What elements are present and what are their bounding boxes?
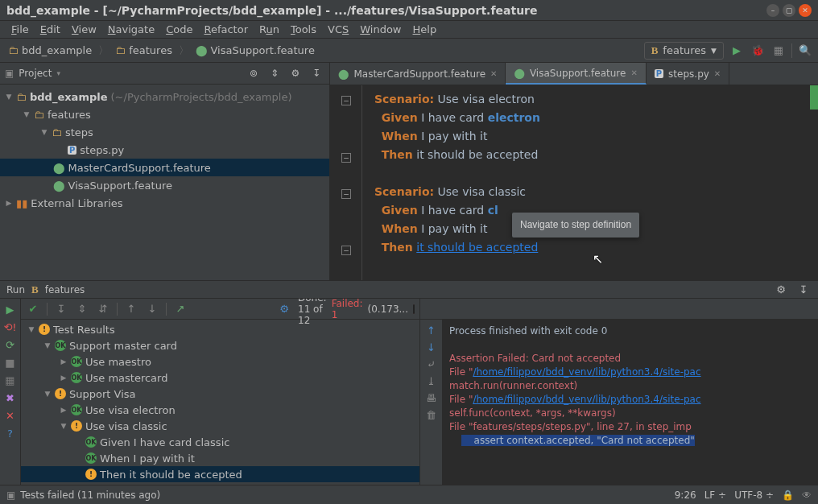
test-step-then[interactable]: !Then it should be accepted bbox=[21, 466, 419, 482]
maximize-icon[interactable]: ▢ bbox=[783, 4, 795, 17]
export-button[interactable]: ↗ bbox=[173, 302, 188, 316]
menu-navigate[interactable]: Navigate bbox=[103, 22, 159, 37]
gear-icon[interactable] bbox=[287, 65, 304, 81]
hide-panel-icon[interactable]: ↧ bbox=[308, 65, 324, 81]
close-icon[interactable]: ✕ bbox=[630, 68, 637, 77]
tab-visa[interactable]: ⬤ VisaSupport.feature ✕ bbox=[506, 63, 646, 85]
menu-tools[interactable]: Tools bbox=[286, 22, 321, 37]
expand-all-button[interactable]: ⇕ bbox=[75, 302, 89, 316]
tree-external-libraries[interactable]: ▶ ▮▮ External Libraries bbox=[0, 194, 329, 212]
step-definition-link[interactable]: it should be accepted bbox=[416, 241, 538, 254]
tree-features[interactable]: ▼ 🗀 features bbox=[0, 105, 329, 123]
cursor-position[interactable]: 9:26 bbox=[675, 490, 696, 501]
clear-all-button[interactable]: 🗑 bbox=[424, 407, 439, 422]
menu-vcs[interactable]: VCS bbox=[323, 22, 353, 37]
soft-wrap-button[interactable]: ⤶ bbox=[424, 357, 439, 371]
up-stack-button[interactable]: ↑ bbox=[424, 323, 439, 337]
coverage-button[interactable]: ▦ bbox=[770, 43, 787, 59]
menu-view[interactable]: View bbox=[67, 22, 101, 37]
tree-steps-py[interactable]: P steps.py bbox=[0, 141, 329, 159]
print-button[interactable]: 🖶 bbox=[424, 390, 439, 405]
expand-icon[interactable]: ▼ bbox=[23, 110, 31, 118]
test-use-maestro[interactable]: ▶OKUse maestro bbox=[21, 353, 419, 370]
chevron-down-icon[interactable]: ▾ bbox=[56, 69, 60, 77]
fold-icon[interactable]: − bbox=[341, 153, 351, 163]
status-icon[interactable]: ▣ bbox=[6, 490, 15, 501]
search-button[interactable]: 🔍 bbox=[797, 43, 813, 59]
test-use-visa-classic[interactable]: ▼!Use visa classic bbox=[21, 418, 419, 434]
close-button[interactable]: ✕ bbox=[3, 408, 18, 423]
menu-code[interactable]: Code bbox=[161, 22, 197, 37]
crumb-features[interactable]: 🗀features bbox=[112, 43, 176, 58]
project-tree[interactable]: ▼ 🗀 bdd_example (~/PycharmProjects/bdd_e… bbox=[0, 85, 329, 280]
menu-run[interactable]: Run bbox=[254, 22, 284, 37]
dump-button[interactable]: ▦ bbox=[3, 373, 18, 387]
toggle-auto-test-button[interactable]: ⟳ bbox=[3, 337, 18, 352]
tree-mastercard-feature[interactable]: ⬤ MasterCardSupport.feature bbox=[0, 159, 329, 176]
pin-button[interactable]: ✖ bbox=[3, 390, 18, 405]
menu-file[interactable]: File bbox=[6, 22, 34, 37]
close-icon[interactable]: ✕ bbox=[799, 4, 812, 17]
rerun-button[interactable]: ▶ bbox=[3, 302, 18, 316]
rerun-failed-button[interactable]: ⟲! bbox=[3, 320, 18, 334]
tab-label: steps.py bbox=[668, 68, 709, 80]
run-button[interactable]: ▶ bbox=[729, 43, 745, 59]
hide-panel-icon[interactable]: ↧ bbox=[795, 282, 812, 298]
collapse-all-button[interactable]: ⇵ bbox=[96, 302, 110, 316]
test-support-visa[interactable]: ▼!Support Visa bbox=[21, 386, 419, 402]
lock-icon[interactable]: 🔒 bbox=[782, 490, 794, 501]
test-use-visa-electron[interactable]: ▶OKUse visa electron bbox=[21, 402, 419, 418]
next-failed-button[interactable]: ↓ bbox=[145, 302, 159, 316]
tree-steps[interactable]: ▼ 🗀 steps bbox=[0, 123, 329, 141]
crumb-root[interactable]: 🗀bdd_example bbox=[5, 43, 95, 58]
sort-button[interactable]: ↧ bbox=[54, 302, 68, 316]
debug-button[interactable]: 🐞 bbox=[750, 43, 766, 59]
tab-mastercard[interactable]: ⬤ MasterCardSupport.feature ✕ bbox=[330, 63, 506, 85]
tree-root[interactable]: ▼ 🗀 bdd_example (~/PycharmProjects/bdd_e… bbox=[0, 88, 329, 105]
menu-refactor[interactable]: Refactor bbox=[199, 22, 253, 37]
expand-icon[interactable]: ▶ bbox=[5, 199, 13, 207]
encoding[interactable]: UTF-8 ÷ bbox=[734, 490, 774, 501]
gear-icon[interactable] bbox=[277, 302, 291, 316]
close-icon[interactable]: ✕ bbox=[490, 69, 497, 78]
error-stripe[interactable] bbox=[810, 85, 818, 109]
traceback-link[interactable]: /home/filippov/bdd_venv/lib/python3.4/si… bbox=[473, 394, 700, 405]
main-area: ▣ Project ▾ ⊚ ⇕ ↧ ▼ 🗀 bdd_example (~/Pyc… bbox=[0, 63, 818, 280]
expand-icon[interactable]: ▼ bbox=[5, 93, 13, 101]
menu-edit[interactable]: Edit bbox=[35, 22, 65, 37]
test-root[interactable]: ▼!Test Results bbox=[21, 321, 419, 337]
editor-content[interactable]: − − − − Scenario: Use visa electron Give… bbox=[330, 85, 818, 280]
collapse-all-icon[interactable]: ⇕ bbox=[266, 65, 283, 81]
gutter[interactable]: − − − − bbox=[330, 85, 362, 280]
gear-icon[interactable] bbox=[773, 282, 789, 298]
scroll-to-end-button[interactable]: ⤓ bbox=[424, 374, 439, 388]
minimize-icon[interactable]: – bbox=[766, 4, 779, 17]
kw-given: Given bbox=[382, 204, 418, 217]
expand-icon[interactable]: ▼ bbox=[40, 128, 48, 136]
inspector-icon[interactable]: 👁 bbox=[802, 490, 812, 501]
traceback-link[interactable]: /home/filippov/bdd_venv/lib/python3.4/si… bbox=[473, 366, 700, 378]
fold-icon[interactable]: − bbox=[341, 96, 351, 105]
stop-button[interactable]: ■ bbox=[3, 355, 18, 370]
show-passed-button[interactable]: ✔ bbox=[26, 302, 40, 316]
test-tree[interactable]: ▼!Test Results ▼OKSupport master card ▶O… bbox=[21, 320, 419, 485]
close-icon[interactable]: ✕ bbox=[714, 69, 721, 78]
prev-failed-button[interactable]: ↑ bbox=[124, 302, 138, 316]
tree-visa-feature[interactable]: ⬤ VisaSupport.feature bbox=[0, 176, 329, 194]
down-stack-button[interactable]: ↓ bbox=[424, 340, 439, 354]
tab-steps[interactable]: P steps.py ✕ bbox=[647, 63, 729, 85]
help-button[interactable]: ? bbox=[3, 426, 18, 440]
menu-window[interactable]: Window bbox=[355, 22, 406, 37]
line-separator[interactable]: LF ÷ bbox=[704, 490, 726, 501]
console-output[interactable]: Process finished with exit code 0 Assert… bbox=[443, 320, 818, 485]
run-config-selector[interactable]: B features ▼ bbox=[644, 42, 724, 60]
test-support-mastercard[interactable]: ▼OKSupport master card bbox=[21, 337, 419, 353]
crumb-file[interactable]: ⬤VisaSupport.feature bbox=[192, 43, 318, 58]
test-use-mastercard[interactable]: ▶OKUse mastercard bbox=[21, 370, 419, 386]
test-step-given[interactable]: OKGiven I have card classic bbox=[21, 434, 419, 450]
fold-icon[interactable]: − bbox=[341, 246, 351, 255]
fold-icon[interactable]: − bbox=[341, 189, 351, 199]
test-step-when[interactable]: OKWhen I pay with it bbox=[21, 450, 419, 466]
scroll-from-source-icon[interactable]: ⊚ bbox=[246, 65, 262, 81]
menu-help[interactable]: Help bbox=[408, 22, 442, 37]
